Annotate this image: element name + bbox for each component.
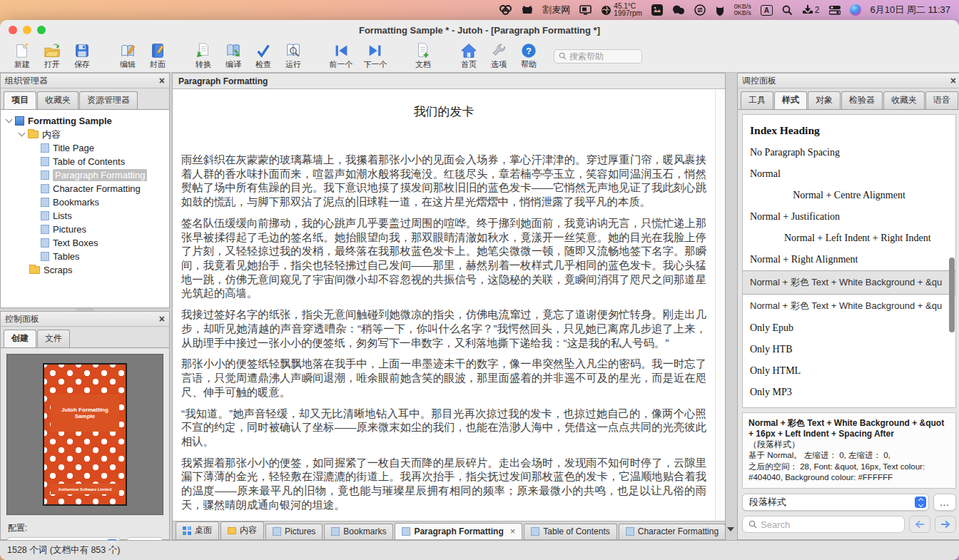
photos-badge-icon[interactable] [651,4,663,16]
style-search-input[interactable] [761,519,898,530]
style-item[interactable]: Normal + 彩色 Text + White Background + &q… [743,295,955,317]
book-cover-thumbnail[interactable]: Jutoh Formatting Sample Anthemion Softwa… [43,363,127,506]
minimize-window-button[interactable] [23,26,31,34]
check-button[interactable]: 检查 [248,42,278,70]
tab-resources[interactable]: 资源管理器 [79,91,138,109]
close-window-button[interactable] [9,26,17,34]
close-panel-icon[interactable]: × [159,76,165,86]
style-item[interactable]: Normal + Centre Alignment [743,185,955,206]
tab-objects[interactable]: 对象 [808,91,841,109]
style-item[interactable]: Only HTB [743,339,955,360]
close-panel-icon[interactable]: × [950,76,956,86]
doc-tab-desktop[interactable]: 桌面 [176,521,219,539]
options-button[interactable]: 选项 [484,42,514,70]
chevron-down-icon[interactable] [19,130,26,137]
tree-item-text-boxes[interactable]: Text Boxes [1,236,169,250]
style-item[interactable]: Normal + Left Indent + Right Indent [743,228,955,249]
edit-button[interactable]: 编辑 [113,42,143,70]
next-button[interactable]: 下一个 [358,42,392,70]
input-method-badge[interactable]: A [761,5,773,16]
style-item-selected[interactable]: Normal + 彩色 Text + White Background + &q… [743,270,955,295]
style-item[interactable]: Only Epub [743,317,955,339]
tab-tools[interactable]: 工具 [741,91,773,109]
doc-tab-table-of-contents[interactable]: Table of Contents [524,524,616,539]
siri-icon[interactable] [850,4,861,16]
style-item[interactable]: Normal + Right Alignment [743,249,955,270]
close-tab-icon[interactable]: × [510,526,516,536]
network-speed[interactable]: 0KB/s0KB/s [734,4,751,16]
button-label: 前一个 [330,59,353,70]
convert-button[interactable]: 转换 [188,42,218,70]
run-button[interactable]: 运行 [278,42,308,70]
help-search-input[interactable] [569,51,634,61]
tree-item-pictures[interactable]: Pictures [1,223,169,236]
spotlight-search-icon[interactable] [782,5,793,16]
doc-tab-bookmarks[interactable]: Bookmarks [324,524,393,539]
more-options-button[interactable]: … [933,494,956,511]
previous-button[interactable]: 前一个 [324,42,358,70]
document-button[interactable]: 文档 [408,42,438,70]
panel-splitter[interactable] [0,308,170,311]
downloads-status[interactable]: 2 [802,5,820,15]
fan-status[interactable]: 45.1°C1997rpm [601,3,641,17]
style-type-select[interactable]: 段落样式 [742,494,929,511]
new-button[interactable]: 新建 [7,42,37,70]
menubar-site-label[interactable]: 割麦网 [542,4,570,16]
tab-inspector[interactable]: 检验器 [841,91,883,109]
style-item[interactable]: Index Heading [743,119,955,142]
tab-create[interactable]: 创建 [4,330,36,347]
style-item[interactable]: Only Mobipocket [743,403,955,408]
doc-tab-pictures[interactable]: Pictures [265,524,323,539]
tree-item-bookmarks[interactable]: Bookmarks [1,195,169,209]
rings-logo-icon[interactable] [499,5,512,15]
pet-app-icon[interactable] [522,5,533,15]
tree-item-lists[interactable]: Lists [1,209,169,223]
switch-icon[interactable] [694,4,706,16]
tree-item-content-folder[interactable]: 内容 [1,128,169,141]
doc-tab-paragraph-formatting[interactable]: Paragraph Formatting × [395,523,522,539]
doc-tab-character-formatting[interactable]: Character Formatting [619,524,726,539]
menubar-clock[interactable]: 6月10日 周二 11:37 [871,4,950,16]
tree-item-paragraph-formatting[interactable]: Paragraph Formatting [1,168,169,182]
style-item[interactable]: Normal + Justification [743,206,955,228]
style-list-scrollbar[interactable] [949,258,955,332]
style-item[interactable]: Only MP3 [743,382,955,403]
doc-tab-content[interactable]: 内容 [220,521,264,539]
zoom-window-button[interactable] [37,26,46,34]
document-scrollbar[interactable] [715,89,725,521]
tab-favorites[interactable]: 收藏夹 [37,91,78,109]
open-button[interactable]: 打开 [37,42,67,70]
tab-project[interactable]: 项目 [4,91,36,109]
control-center-icon[interactable] [829,5,841,15]
back-button[interactable] [909,516,930,533]
cat-icon[interactable] [715,5,725,16]
display-icon[interactable] [579,5,592,15]
tab-styles[interactable]: 样式 [774,91,807,109]
tree-item-root[interactable]: Formatting Sample [1,114,169,128]
chevron-down-icon[interactable] [6,116,13,123]
tree-item-scraps[interactable]: Scraps [1,263,169,277]
tree-item-title-page[interactable]: Title Page [1,141,169,155]
save-button[interactable]: 保存 [67,42,97,70]
style-item[interactable]: Normal [743,163,955,185]
cover-button[interactable]: 封面 [143,42,173,70]
style-item[interactable]: Only HTML [743,360,955,382]
tab-overflow-icon[interactable] [727,527,734,531]
style-search-box[interactable] [742,516,905,533]
document-editor[interactable]: 我们的发卡 雨丝斜织在灰蒙蒙的玻璃幕墙上，我攥着那张小小的见面会入场券，掌心汗津… [173,89,725,521]
tab-files[interactable]: 文件 [37,330,70,347]
tree-item-character-formatting[interactable]: Character Formatting [1,182,169,195]
tab-speech[interactable]: 语音 [925,91,958,109]
tree-item-tables[interactable]: Tables [1,250,169,263]
tree-item-toc[interactable]: Table of Contents [1,155,169,168]
tab-favorites[interactable]: 收藏夹 [883,91,925,109]
chat-icon[interactable] [672,5,685,15]
compile-button[interactable]: 编译 [218,42,248,70]
style-item[interactable]: No Paragraph Spacing [743,142,955,163]
home-icon [460,42,477,59]
help-search-box[interactable] [554,49,642,63]
home-button[interactable]: 首页 [454,42,484,70]
close-panel-icon[interactable]: × [159,314,165,324]
forward-button[interactable] [935,516,956,533]
help-button[interactable]: ? 帮助 [514,42,544,70]
